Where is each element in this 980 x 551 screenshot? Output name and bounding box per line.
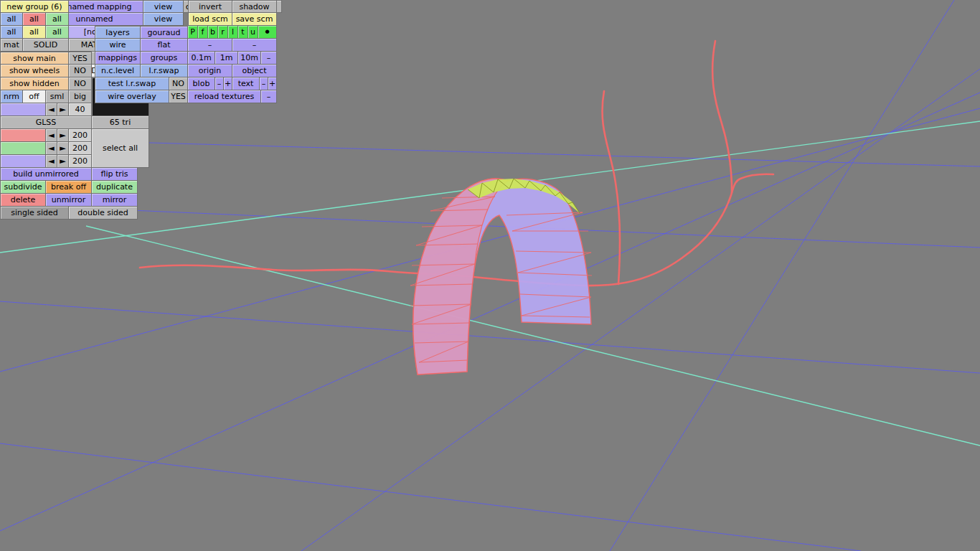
reload-dash[interactable]: – [261,90,277,103]
reload-textures-button[interactable]: reload textures [188,90,261,103]
test-lr-swap-button[interactable]: test l.r.swap [95,77,169,90]
swatch-blue-channel[interactable] [0,155,46,168]
dec-arrow-button[interactable]: ◄ [46,103,57,116]
grid-0-1m[interactable]: 0.1m [188,52,215,65]
flip-tris-button[interactable]: flip tris [92,168,138,181]
view-l[interactable]: l [228,26,238,39]
delete-button[interactable]: delete [0,194,46,207]
material-tri-count: 65 tri [92,116,149,129]
object-button[interactable]: object [232,65,277,77]
blob-plus[interactable]: + [224,77,232,90]
b-value: 200 [69,155,92,168]
view-p[interactable]: P [188,26,198,39]
build-unmirrored-button[interactable]: build unmirrored [0,168,92,181]
mappings-button[interactable]: mappings [95,52,141,65]
b-value: 40 [69,103,92,116]
select-all-glss[interactable]: select all [92,129,149,168]
dec-arrow-button[interactable]: ◄ [46,142,57,155]
dec-arrow-button[interactable]: ◄ [46,155,57,168]
mirror-button[interactable]: mirror [92,194,138,207]
unmirror-button[interactable]: unmirror [46,194,92,207]
model-arch [410,179,592,375]
show-wheels-value[interactable]: NO [69,65,92,77]
view-f[interactable]: f [198,26,208,39]
blank-cell [0,39,95,52]
wire-overlay-value[interactable]: YES [169,90,188,103]
dec-arrow-button[interactable]: ◄ [46,129,57,142]
save-scm-button[interactable]: save scm [232,13,277,26]
blank-cell [0,0,188,13]
g-value: 200 [69,142,92,155]
grid-10m[interactable]: 10m [238,52,261,65]
inc-arrow-button[interactable]: ► [57,142,69,155]
view-r[interactable]: r [218,26,228,39]
material-name-glss[interactable]: GLSS [0,116,92,129]
show-wheels-button[interactable]: show wheels [0,65,69,77]
blob-button[interactable]: blob [188,77,215,90]
blank-cell [0,13,188,26]
dash-button-1[interactable]: – [188,39,232,52]
inc-arrow-button[interactable]: ► [57,129,69,142]
break-off-button[interactable]: break off [46,181,92,194]
test-lr-swap-value[interactable]: NO [169,77,188,90]
view-u[interactable]: u [248,26,258,39]
single-sided-button[interactable]: single sided [0,207,69,220]
subdivide-button[interactable]: subdivide [0,181,46,194]
spline-vertical-right [712,41,732,193]
origin-button[interactable]: origin [188,65,232,77]
view-b[interactable]: b [208,26,218,39]
lr-swap-button[interactable]: l.r.swap [141,65,188,77]
text-minus[interactable]: – [260,77,268,90]
blank-cell [0,26,95,39]
swatch-red-channel[interactable] [0,129,46,142]
show-main-button[interactable]: show main [0,52,69,65]
swatch-green-channel[interactable] [0,142,46,155]
wire-button[interactable]: wire [95,39,141,52]
dash-button-2[interactable]: – [232,39,277,52]
inc-arrow-button[interactable]: ► [57,103,69,116]
show-hidden-button[interactable]: show hidden [0,77,69,90]
inc-arrow-button[interactable]: ► [57,155,69,168]
flat-button[interactable]: flat [141,39,188,52]
nrm-sml[interactable]: sml [46,90,69,103]
invert-view-button[interactable]: invert [188,0,232,13]
swatch-blue-channel[interactable] [0,103,46,116]
groups-button[interactable]: groups [141,52,188,65]
show-main-value[interactable]: YES [69,52,92,65]
duplicate-button[interactable]: duplicate [92,181,138,194]
gouraud-button[interactable]: gouraud [141,26,188,39]
wire-overlay-button[interactable]: wire overlay [95,90,169,103]
double-sided-button[interactable]: double sided [69,207,138,220]
r-value: 200 [69,129,92,142]
grid-dash[interactable]: – [261,52,277,65]
load-scm-button[interactable]: load scm [188,13,232,26]
show-hidden-value[interactable]: NO [69,77,92,90]
view-t[interactable]: t [238,26,248,39]
view-options-panel: invertshadowload scmsave scmlayersgourau… [0,0,277,103]
indicator-dot[interactable]: ● [258,26,277,39]
nc-level-button[interactable]: n.c.level [95,65,141,77]
grid-1m[interactable]: 1m [215,52,238,65]
blob-minus[interactable]: – [215,77,224,90]
shadow-button[interactable]: shadow [232,0,277,13]
nrm-big[interactable]: big [69,90,92,103]
text-plus[interactable]: + [268,77,277,90]
layers-button[interactable]: layers [95,26,141,39]
text-button[interactable]: text [232,77,260,90]
nrm-label[interactable]: nrm [0,90,23,103]
nrm-off[interactable]: off [23,90,46,103]
